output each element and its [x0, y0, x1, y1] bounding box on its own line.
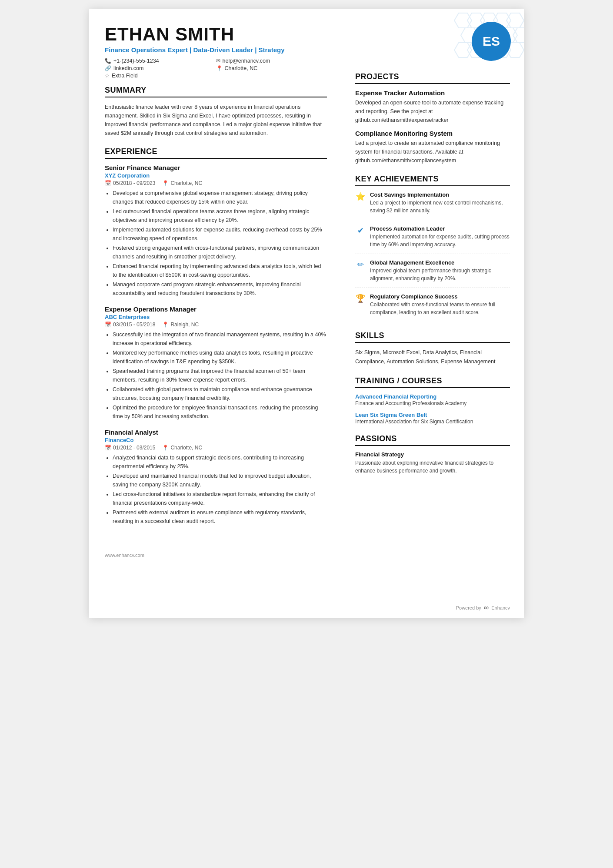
- job-meta-3: 📅 01/2012 - 03/2015 📍 Charlotte, NC: [105, 445, 327, 451]
- job-loc-2: 📍 Raleigh, NC: [162, 322, 199, 328]
- project-desc-2: Led a project to create an automated com…: [355, 139, 510, 165]
- job-loc-1: 📍 Charlotte, NC: [162, 180, 202, 186]
- bullet-2-5: Optimized the procedure for employee fin…: [113, 403, 327, 421]
- job-title-2: Expense Operations Manager: [105, 305, 327, 313]
- training-item-1: Advanced Financial Reporting Finance and…: [355, 393, 510, 406]
- projects-title: PROJECTS: [355, 72, 510, 84]
- training-section: TRAINING / COURSES Advanced Financial Re…: [355, 376, 510, 425]
- project-item-2: Compliance Monitoring System Led a proje…: [355, 130, 510, 165]
- passions-title: PASSIONS: [355, 434, 510, 446]
- bullet-1-6: Managed corporate card program strategic…: [113, 280, 327, 298]
- company-2: ABC Enterprises: [105, 314, 327, 320]
- svg-marker-10: [454, 43, 472, 57]
- training-name-2: Lean Six Sigma Green Belt: [355, 412, 510, 418]
- calendar-icon-3: 📅: [105, 445, 111, 451]
- header: ETHAN SMITH Finance Operations Expert | …: [105, 24, 327, 79]
- bullet-1-1: Developed a comprehensive global expense…: [113, 189, 327, 206]
- company-3: FinanceCo: [105, 437, 327, 443]
- achievement-4: 🏆 Regulatory Compliance Success Collabor…: [355, 293, 510, 322]
- svg-marker-4: [506, 13, 524, 28]
- svg-marker-9: [513, 28, 524, 43]
- brand-infinity-icon: ∞: [484, 604, 489, 612]
- location-text: Charlotte, NC: [225, 65, 258, 71]
- training-title: TRAINING / COURSES: [355, 376, 510, 388]
- experience-title: EXPERIENCE: [105, 147, 327, 159]
- passion-desc-1: Passionate about exploring innovative fi…: [355, 459, 510, 475]
- job-title-3: Financial Analyst: [105, 429, 327, 436]
- bullet-1-2: Led outsourced financial operations team…: [113, 207, 327, 225]
- extra-field-contact: ☆ Extra Field: [105, 73, 216, 79]
- footer-left: www.enhancv.com: [105, 533, 327, 559]
- bullet-1-5: Enhanced financial reporting by implemen…: [113, 262, 327, 279]
- bullet-3-1: Analyzed financial data to support strat…: [113, 453, 327, 471]
- achievement-icon-2: ✔: [355, 226, 366, 235]
- loc-icon-1: 📍: [162, 180, 169, 186]
- company-1: XYZ Corporation: [105, 172, 327, 179]
- achievement-icon-3: ✏: [355, 260, 366, 269]
- phone-number: +1-(234)-555-1234: [113, 58, 159, 64]
- experience-section: EXPERIENCE Senior Finance Manager XYZ Co…: [105, 147, 327, 526]
- resume-page: ETHAN SMITH Finance Operations Expert | …: [89, 9, 524, 618]
- loc-icon-3: 📍: [162, 445, 169, 451]
- candidate-title: Finance Operations Expert | Data-Driven …: [105, 46, 327, 54]
- linkedin-url: linkedin.com: [113, 65, 143, 71]
- avatar: ES: [472, 22, 511, 61]
- skills-text: Six Sigma, Microsoft Excel, Data Analyti…: [355, 348, 510, 367]
- bullet-3-2: Developed and maintained financial model…: [113, 472, 327, 489]
- training-name-1: Advanced Financial Reporting: [355, 393, 510, 400]
- bullet-2-2: Monitored key performance metrics using …: [113, 349, 327, 366]
- achievement-1: ⭐ Cost Savings Implementation Led a proj…: [355, 191, 510, 220]
- skills-section: SKILLS Six Sigma, Microsoft Excel, Data …: [355, 331, 510, 367]
- job-block-2: Expense Operations Manager ABC Enterpris…: [105, 305, 327, 421]
- contact-col-left: 📞 +1-(234)-555-1234 🔗 linkedin.com ☆ Ext…: [105, 58, 216, 79]
- job-loc-3: 📍 Charlotte, NC: [162, 445, 202, 451]
- contact-col-right: ✉ help@enhancv.com 📍 Charlotte, NC: [216, 58, 327, 79]
- job-dates-2: 📅 03/2015 - 05/2018: [105, 322, 155, 328]
- calendar-icon-1: 📅: [105, 180, 111, 186]
- achievement-title-1: Cost Savings Implementation: [370, 191, 510, 198]
- phone-icon: 📞: [105, 58, 111, 64]
- contact-info: 📞 +1-(234)-555-1234 🔗 linkedin.com ☆ Ext…: [105, 58, 327, 79]
- job-dates-1: 📅 05/2018 - 09/2023: [105, 180, 155, 186]
- loc-icon-2: 📍: [162, 322, 169, 328]
- footer-website: www.enhancv.com: [105, 553, 144, 558]
- achievement-desc-1: Led a project to implement new cost cont…: [370, 199, 510, 214]
- skills-title: SKILLS: [355, 331, 510, 343]
- brand-name: Enhancv: [491, 605, 510, 610]
- candidate-name: ETHAN SMITH: [105, 24, 327, 44]
- footer-right: Powered by ∞ Enhancv: [456, 604, 510, 612]
- job-meta-1: 📅 05/2018 - 09/2023 📍 Charlotte, NC: [105, 180, 327, 186]
- bullet-2-3: Spearheaded training programs that impro…: [113, 367, 327, 384]
- job-block-1: Senior Finance Manager XYZ Corporation 📅…: [105, 164, 327, 298]
- bullet-2-4: Collaborated with global partners to mai…: [113, 385, 327, 402]
- passion-title-1: Financial Strategy: [355, 451, 510, 458]
- summary-text: Enthusiastic finance leader with over 8 …: [105, 103, 327, 137]
- project-desc-1: Developed an open-source tool to automat…: [355, 98, 510, 124]
- summary-section: SUMMARY Enthusiastic finance leader with…: [105, 86, 327, 137]
- email-address: help@enhancv.com: [223, 58, 270, 64]
- achievement-3: ✏ Global Management Excellence Improved …: [355, 259, 510, 288]
- bullet-3-3: Led cross-functional initiatives to stan…: [113, 490, 327, 507]
- bullet-3-4: Partnered with external auditors to ensu…: [113, 508, 327, 526]
- achievement-2: ✔ Process Automation Leader Implemented …: [355, 225, 510, 254]
- job-dates-3: 📅 01/2012 - 03/2015: [105, 445, 155, 451]
- achievement-desc-2: Implemented automation for expense audit…: [370, 233, 510, 248]
- powered-by-label: Powered by: [456, 605, 481, 610]
- project-item-1: Expense Tracker Automation Developed an …: [355, 89, 510, 124]
- job-block-3: Financial Analyst FinanceCo 📅 01/2012 - …: [105, 429, 327, 526]
- right-column: ES PROJECTS: [341, 9, 524, 618]
- achievement-icon-1: ⭐: [355, 192, 366, 201]
- job-title-1: Senior Finance Manager: [105, 164, 327, 171]
- projects-section: PROJECTS Expense Tracker Automation Deve…: [355, 72, 510, 165]
- passion-item-1: Financial Strategy Passionate about expl…: [355, 451, 510, 475]
- achievement-desc-4: Collaborated with cross-functional teams…: [370, 301, 510, 316]
- location-contact: 📍 Charlotte, NC: [216, 65, 327, 71]
- job-bullets-2: Successfully led the integration of two …: [105, 330, 327, 421]
- achievement-title-4: Regulatory Compliance Success: [370, 293, 510, 300]
- extra-field-label: Extra Field: [112, 73, 138, 79]
- achievements-title: KEY ACHIEVEMENTS: [355, 174, 510, 186]
- training-org-2: International Association for Six Sigma …: [355, 419, 510, 425]
- job-meta-2: 📅 03/2015 - 05/2018 📍 Raleigh, NC: [105, 322, 327, 328]
- bullet-2-1: Successfully led the integration of two …: [113, 330, 327, 348]
- training-item-2: Lean Six Sigma Green Belt International …: [355, 412, 510, 425]
